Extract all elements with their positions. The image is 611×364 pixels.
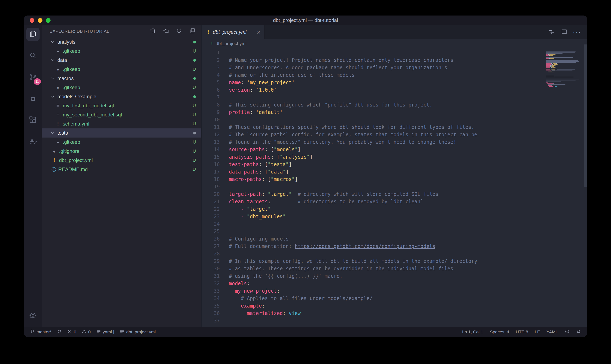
tree-item-gitkeep[interactable]: ◆.gitkeepU — [42, 138, 201, 147]
refresh-button[interactable] — [174, 27, 183, 36]
status-notifications[interactable] — [576, 329, 581, 335]
activity-docker-button[interactable] — [26, 135, 40, 148]
status-problems-errors[interactable]: 0 — [67, 329, 76, 335]
collapse-all-button[interactable] — [188, 27, 197, 36]
git-status-indicator: U — [193, 85, 196, 90]
yaml-icon: ! — [207, 29, 210, 35]
minimize-window-button[interactable] — [38, 18, 42, 23]
status-cursor-position[interactable]: Ln 1, Col 1 — [462, 329, 483, 334]
status-end-of-line[interactable]: LF — [535, 329, 540, 334]
code-line-content[interactable]: materialized: view — [229, 310, 301, 317]
status-feedback[interactable] — [565, 329, 569, 335]
scrollbar-thumb[interactable] — [584, 44, 587, 187]
code-line-content[interactable]: # The `source-paths` config, for example… — [229, 131, 477, 138]
code-line-content[interactable]: # using the `{{ config(...) }}` macro. — [229, 272, 343, 280]
status-problems-warnings[interactable]: 0 — [82, 329, 91, 335]
line-number: 26 — [202, 235, 220, 243]
modified-dot — [193, 132, 196, 134]
status-language-mode[interactable]: YAML — [546, 329, 558, 334]
code-line: 20target-path: "target" # directory whic… — [202, 191, 587, 198]
status-indentation[interactable]: Spaces: 4 — [490, 329, 509, 334]
tree-item-gitkeep[interactable]: ◆.gitkeepU — [42, 65, 201, 74]
code-line-content[interactable]: # In this example config, we tell dbt to… — [229, 258, 477, 265]
activity-extensions-button[interactable] — [26, 114, 40, 127]
editor-group: ! dbt_project.yml × ··· ! dbt_project.ym… — [201, 25, 587, 327]
activity-explorer-button[interactable] — [26, 28, 40, 41]
code-line-content[interactable]: models: — [229, 280, 250, 287]
activity-run-and-debug-button[interactable] — [26, 92, 40, 105]
code-line-content[interactable]: my_new_project: — [229, 287, 280, 295]
code-line-content[interactable]: # Full documentation: https://docs.getdb… — [229, 243, 435, 250]
code-line-content[interactable]: name: 'my_new_project' — [229, 79, 295, 86]
code-line-content[interactable]: # This setting configures which "profile… — [229, 101, 432, 109]
code-line-content[interactable]: profile: 'default' — [229, 109, 283, 116]
code-line-content[interactable]: # These configurations specify where dbt… — [229, 123, 474, 131]
code-line-content[interactable]: - "dbt_modules" — [229, 213, 286, 220]
code-line: 28 — [202, 250, 587, 258]
code-line-content[interactable]: target-path: "target" # directory which … — [229, 191, 438, 198]
tree-item-dbt-project-yml[interactable]: !dbt_project.ymlU — [42, 156, 201, 165]
code-line-content[interactable]: test-paths: ["tests"] — [229, 161, 292, 168]
activity-settings-button[interactable] — [26, 309, 40, 323]
code-line-content[interactable]: # and underscores. A good package name s… — [229, 64, 447, 71]
tree-item-readme-md[interactable]: iREADME.mdU — [42, 165, 201, 174]
code-editor[interactable]: 12# Name your project! Project names sho… — [202, 48, 587, 327]
status-yaml-language-status[interactable]: yaml | — [96, 329, 114, 335]
zoom-window-button[interactable] — [46, 18, 51, 23]
open-changes-button[interactable] — [546, 27, 557, 38]
tree-item-data[interactable]: data — [42, 56, 201, 65]
git-status-indicator: U — [193, 121, 196, 127]
code-line-content[interactable]: version: '1.0.0' — [229, 86, 277, 94]
close-tab-icon[interactable]: × — [257, 29, 261, 35]
tree-item-tests[interactable]: tests — [42, 129, 201, 138]
tree-item-macros[interactable]: macros — [42, 74, 201, 83]
code-line-content[interactable]: # Configuring models — [229, 235, 289, 243]
code-line-content[interactable]: data-paths: ["data"] — [229, 168, 289, 176]
line-number: 34 — [202, 295, 220, 302]
line-number: 6 — [202, 86, 220, 94]
minimap[interactable] — [546, 50, 582, 88]
tab-dbt-project-yml[interactable]: ! dbt_project.yml × — [202, 25, 264, 39]
code-line-content[interactable]: # name or the intended use of these mode… — [229, 71, 355, 79]
explorer-sidebar: EXPLORER: DBT-TUTORIAL analysis◆.gitkeep… — [42, 25, 201, 327]
split-editor-button[interactable] — [559, 27, 569, 38]
git-status-indicator: U — [193, 148, 196, 154]
status-active-file-status[interactable]: dbt_project.yml — [120, 329, 155, 335]
new-folder-icon — [163, 28, 169, 35]
code-line-content[interactable]: # Applies to all files under models/exam… — [229, 295, 373, 302]
activity-source-control-button[interactable]: 11 — [26, 71, 40, 84]
tree-item-my-first-dbt-model-sql[interactable]: ≡my_first_dbt_model.sqlU — [42, 101, 201, 110]
status-sync-button[interactable] — [57, 329, 62, 335]
tree-item-my-second-dbt-model-sql[interactable]: ≡my_second_dbt_model.sqlU — [42, 110, 201, 119]
code-link[interactable]: https://docs.getdbt.com/docs/configuring… — [295, 243, 435, 249]
tree-item-gitkeep[interactable]: ◆.gitkeepU — [42, 47, 201, 56]
code-line-content[interactable]: example: — [229, 302, 265, 310]
code-line: 13# found in the "models/" directory. Yo… — [202, 138, 587, 146]
more-actions-button[interactable]: ··· — [572, 27, 583, 38]
new-folder-button[interactable] — [161, 27, 170, 36]
new-file-button[interactable] — [148, 27, 157, 36]
more-actions-icon: ··· — [573, 28, 581, 36]
code-line-content[interactable]: - "target" — [229, 205, 271, 213]
tree-item-schema-yml[interactable]: !schema.ymlU — [42, 119, 201, 129]
breadcrumb[interactable]: ! dbt_project.yml — [202, 39, 587, 48]
activity-search-button[interactable] — [26, 49, 40, 63]
code-line-content[interactable]: # as tables. These settings can be overr… — [229, 265, 453, 272]
tree-item-models-example[interactable]: models / example — [42, 92, 201, 101]
code-line-content[interactable]: # Name your project! Project names shoul… — [229, 56, 453, 64]
tree-item-label: models / example — [57, 94, 96, 100]
status-encoding[interactable]: UTF-8 — [516, 329, 528, 334]
line-number: 19 — [202, 183, 220, 191]
tree-item-gitignore[interactable]: ◆.gitignoreU — [42, 147, 201, 156]
code-line-content[interactable]: source-paths: ["models"] — [229, 146, 301, 153]
code-line-content[interactable]: analysis-paths: ["analysis"] — [229, 153, 313, 161]
close-window-button[interactable] — [30, 18, 34, 23]
code-line-content[interactable]: # found in the "models/" directory. You … — [229, 138, 456, 146]
git-status-indicator — [193, 59, 196, 62]
code-line-content[interactable]: macro-paths: ["macros"] — [229, 176, 298, 183]
code-line: 31# using the `{{ config(...) }}` macro. — [202, 272, 587, 280]
tree-item-gitkeep[interactable]: ◆.gitkeepU — [42, 83, 201, 92]
status-branch-indicator[interactable]: master* — [30, 329, 51, 335]
code-line-content[interactable]: clean-targets: # directories to be remov… — [229, 198, 423, 205]
tree-item-analysis[interactable]: analysis — [42, 38, 201, 47]
